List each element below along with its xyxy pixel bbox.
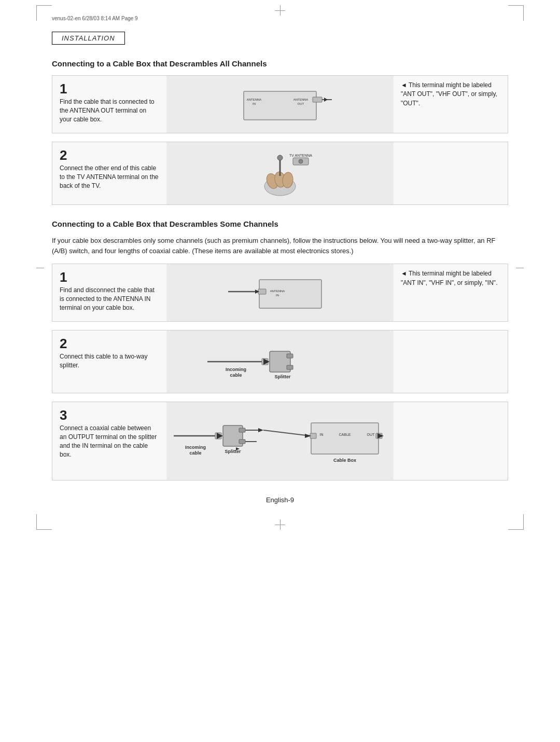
corner-tl <box>36 5 52 21</box>
svg-rect-29 <box>287 365 293 369</box>
installation-title: INSTALLATION <box>52 32 125 45</box>
svg-text:Splitter: Splitter <box>225 449 241 454</box>
file-info: venus-02-en 6/28/03 8:14 AM Page 9 <box>52 16 508 21</box>
svg-rect-28 <box>287 354 293 358</box>
s2-step3-diagram: IN CABLE OUT Incoming cable Splitter <box>166 402 394 480</box>
svg-point-14 <box>277 155 283 160</box>
svg-rect-5 <box>313 97 322 102</box>
step1-num: 1 <box>60 82 159 95</box>
page: venus-02-en 6/28/03 8:14 AM Page 9 INSTA… <box>31 0 529 535</box>
svg-marker-8 <box>324 98 328 102</box>
step2-desc: Connect the other end of this cable to t… <box>60 164 159 190</box>
s2-step2-diagram: Incoming cable Splitter <box>166 331 394 393</box>
step2-num: 2 <box>60 148 159 162</box>
svg-line-47 <box>263 430 310 436</box>
svg-rect-42 <box>311 423 379 454</box>
svg-point-17 <box>299 159 303 163</box>
s2-step2-note <box>394 331 508 393</box>
s2-step1-num: 1 <box>60 270 159 284</box>
svg-text:Incoming: Incoming <box>226 367 246 372</box>
step2-note <box>394 142 508 204</box>
s2-step1-diagram: ANTENNA IN <box>166 264 394 321</box>
corner-bl <box>36 514 52 530</box>
s2-step3-num: 3 <box>60 408 159 422</box>
svg-text:IN: IN <box>276 294 279 297</box>
svg-text:IN: IN <box>253 102 256 105</box>
s2-step3-note <box>394 402 508 480</box>
section2-title: Connecting to a Cable Box that Descrambl… <box>52 219 508 228</box>
svg-text:IN: IN <box>320 433 324 436</box>
side-mark-left <box>36 268 44 268</box>
corner-br <box>508 514 524 530</box>
s2-step3-left: 3 Connect a coaxial cable between an OUT… <box>52 402 166 480</box>
crosshair-top <box>275 5 285 16</box>
s2-step1-note: ◄This terminal might be labeled "ANT IN"… <box>394 264 508 321</box>
svg-rect-40 <box>239 439 245 444</box>
note1-arrow: ◄ <box>401 81 407 89</box>
footer-text: English-9 <box>266 496 294 504</box>
s2-step3-desc: Connect a coaxial cable between an OUTPU… <box>60 424 159 459</box>
svg-text:ANTENNA: ANTENNA <box>293 98 309 101</box>
step1-desc: Find the cable that is connected to the … <box>60 98 159 123</box>
s2-step2-left: 2 Connect this cable to a two-way splitt… <box>52 331 166 393</box>
svg-text:CABLE: CABLE <box>339 433 351 436</box>
side-mark-right <box>516 268 524 268</box>
svg-text:cable: cable <box>230 373 242 378</box>
svg-text:ANTENNA: ANTENNA <box>270 290 285 293</box>
svg-rect-21 <box>258 289 266 294</box>
section1-step2: 2 Connect the other end of this cable to… <box>52 142 508 205</box>
svg-rect-18 <box>259 280 321 308</box>
section1-title: Connecting to a Cable Box that Descrambl… <box>52 59 508 68</box>
svg-text:TV ANTENNA: TV ANTENNA <box>289 154 312 157</box>
svg-text:OUT: OUT <box>298 102 304 105</box>
svg-text:OUT: OUT <box>367 433 375 436</box>
crosshair-bottom <box>275 519 285 530</box>
svg-text:Splitter: Splitter <box>274 374 291 379</box>
svg-rect-0 <box>244 91 316 120</box>
s2-step2-num: 2 <box>60 337 159 350</box>
svg-marker-39 <box>258 428 263 432</box>
svg-text:Incoming: Incoming <box>185 445 206 450</box>
s2-step1-desc: Find and disconnect the cable that is co… <box>60 286 159 312</box>
section2-step2: 2 Connect this cable to a two-way splitt… <box>52 330 508 393</box>
section2-step3: 3 Connect a coaxial cable between an OUT… <box>52 402 508 480</box>
svg-text:cable: cable <box>189 450 201 456</box>
section2-step1: 1 Find and disconnect the cable that is … <box>52 264 508 322</box>
step1-diagram: ANTENNA IN ANTENNA OUT <box>166 76 394 133</box>
page-footer: English-9 <box>52 496 508 504</box>
svg-text:Cable  Box: Cable Box <box>333 458 356 463</box>
s2-step1-left: 1 Find and disconnect the cable that is … <box>52 264 166 321</box>
step2-left: 2 Connect the other end of this cable to… <box>52 142 166 204</box>
corner-tr <box>508 5 524 21</box>
svg-rect-37 <box>239 428 245 432</box>
step2-diagram: TV ANTENNA <box>166 142 394 204</box>
step1-left: 1 Find the cable that is connected to th… <box>52 76 166 133</box>
s2-note1-arrow: ◄ <box>401 270 407 277</box>
section2-body: If your cable box descrambles only some … <box>52 236 508 256</box>
svg-text:ANTENNA: ANTENNA <box>247 98 262 101</box>
section1-step1: 1 Find the cable that is connected to th… <box>52 75 508 133</box>
s2-step2-desc: Connect this cable to a two-way splitter… <box>60 352 159 370</box>
step1-note: ◄This terminal might be labeled "ANT OUT… <box>394 76 508 133</box>
